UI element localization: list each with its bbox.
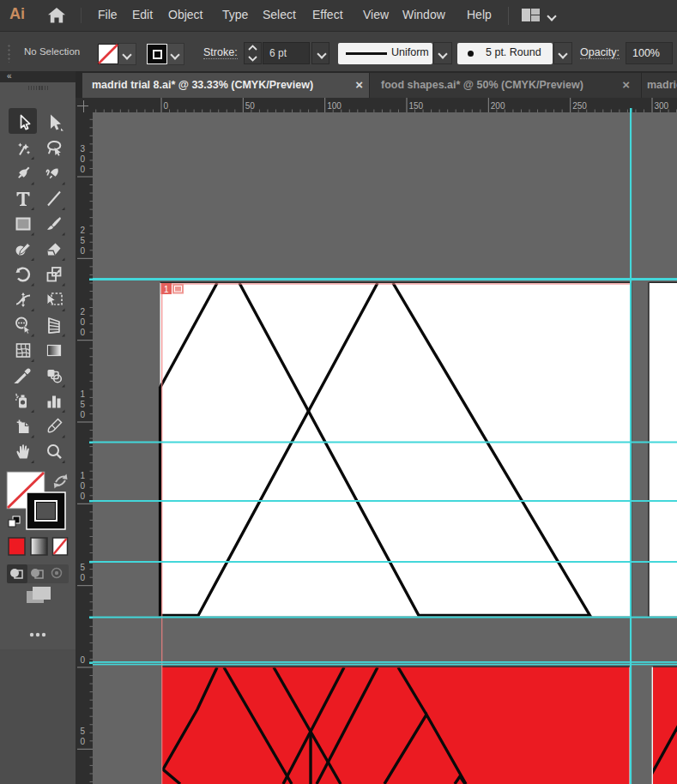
svg-text:300: 300 — [655, 101, 669, 111]
svg-text:50: 50 — [245, 101, 256, 111]
svg-text:0: 0 — [81, 317, 86, 327]
svg-text:0: 0 — [81, 328, 86, 337]
svg-text:0: 0 — [81, 737, 86, 746]
svg-text:5: 5 — [81, 563, 86, 572]
svg-text:0: 0 — [81, 492, 86, 501]
svg-text:0: 0 — [81, 246, 86, 256]
svg-text:5: 5 — [81, 236, 86, 245]
svg-text:5: 5 — [81, 400, 86, 409]
svg-text:5: 5 — [81, 727, 86, 736]
svg-text:0: 0 — [81, 655, 86, 665]
svg-text:0: 0 — [81, 410, 86, 419]
svg-text:0: 0 — [81, 154, 86, 164]
svg-text:0: 0 — [164, 101, 169, 111]
svg-text:0: 0 — [81, 165, 86, 174]
svg-text:250: 250 — [572, 101, 587, 111]
svg-text:150: 150 — [409, 101, 424, 111]
svg-text:1: 1 — [164, 285, 169, 294]
svg-text:200: 200 — [491, 101, 505, 111]
svg-text:0: 0 — [81, 573, 86, 582]
svg-text:0: 0 — [81, 481, 86, 491]
svg-text:1: 1 — [81, 389, 86, 399]
svg-text:3: 3 — [81, 144, 86, 154]
svg-text:100: 100 — [327, 101, 342, 111]
svg-text:1: 1 — [81, 471, 86, 480]
svg-text:2: 2 — [81, 226, 86, 235]
svg-text:2: 2 — [81, 307, 86, 317]
